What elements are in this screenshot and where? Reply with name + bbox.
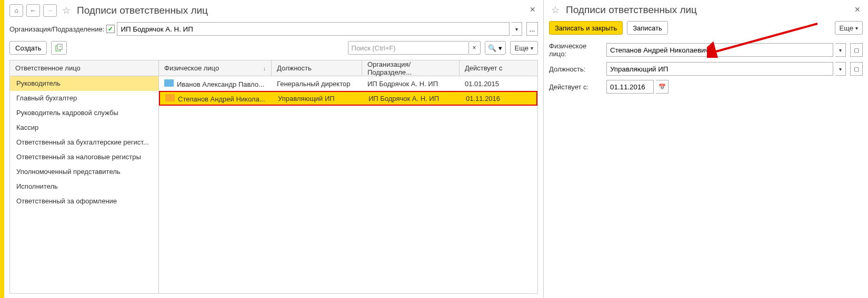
org-filter-dropdown[interactable]: ▾ [512, 22, 522, 36]
date-label: Действует с: [549, 83, 604, 91]
phys-input[interactable] [606, 43, 833, 57]
phys-dropdown[interactable]: ▾ [835, 43, 846, 57]
star-icon[interactable]: ☆ [62, 5, 71, 16]
page-title: Подписи ответственных лиц [77, 5, 208, 16]
list-item[interactable]: Ответственный за бухгалтерские регист... [10, 135, 158, 150]
calendar-icon[interactable]: 📅 [656, 80, 669, 94]
table-row[interactable]: Степанов Андрей Никола... Управляющий ИП… [159, 91, 537, 106]
pos-input[interactable] [606, 62, 833, 76]
back-button[interactable]: ← [26, 4, 40, 17]
pos-open-button[interactable]: ▢ [850, 62, 863, 76]
search-dropdown-button[interactable]: 🔍 ▾ [485, 41, 506, 55]
sort-icon: ↓ [263, 65, 266, 71]
org-filter-input[interactable] [117, 22, 510, 36]
list-item[interactable]: Ответственный за налоговые регистры [10, 150, 158, 165]
list-item[interactable]: Кассир [10, 120, 158, 135]
pos-dropdown[interactable]: ▾ [835, 62, 846, 76]
more-button[interactable]: Еще▾ [510, 41, 538, 55]
star-icon[interactable]: ☆ [551, 4, 560, 16]
list-header: Ответственное лицо [10, 60, 158, 76]
list-item[interactable]: Главный бухгалтер [10, 91, 158, 106]
close-button[interactable]: ✕ [530, 5, 536, 14]
th-phys[interactable]: Физическое лицо↓ [159, 60, 272, 76]
org-filter-label: Организация/Подразделение: [9, 25, 104, 33]
copy-button[interactable]: + [51, 41, 67, 55]
svg-text:+: + [59, 44, 62, 49]
list-item[interactable]: Руководитель кадровой службы [10, 106, 158, 120]
detail-title: Подписи ответственных лиц [566, 4, 697, 16]
th-org[interactable]: Организация/Подразделе... [362, 60, 460, 76]
detail-close-button[interactable]: ✕ [854, 5, 861, 14]
phys-label: Физическое лицо: [549, 42, 604, 58]
list-item[interactable]: Уполномоченный представитель [10, 165, 158, 179]
row-icon [164, 79, 174, 87]
forward-button: → [43, 4, 57, 17]
list-item[interactable]: Исполнитель [10, 179, 158, 194]
save-button[interactable]: Записать [627, 21, 668, 35]
table-row[interactable]: Иванов Александр Павло... Генеральный ди… [159, 76, 537, 91]
search-clear-button[interactable]: × [469, 41, 481, 55]
save-close-button[interactable]: Записать и закрыть [549, 21, 623, 35]
list-item[interactable]: Ответственный за оформление [10, 194, 158, 209]
phys-open-button[interactable]: ▢ [850, 43, 863, 57]
date-input[interactable] [606, 80, 654, 94]
pos-label: Должность: [549, 65, 604, 73]
list-item[interactable]: Руководитель [10, 76, 158, 91]
detail-more-button[interactable]: Еще▾ [835, 21, 863, 35]
home-button[interactable]: ⌂ [9, 4, 23, 17]
row-icon [165, 94, 175, 101]
create-button[interactable]: Создать [9, 41, 47, 55]
org-filter-checkbox[interactable]: ✓ [106, 25, 115, 33]
search-input[interactable]: Поиск (Ctrl+F) [348, 41, 469, 55]
th-date[interactable]: Действует с [460, 60, 527, 76]
org-filter-ellipsis[interactable]: ... [526, 22, 538, 36]
th-pos[interactable]: Должность [272, 60, 362, 76]
